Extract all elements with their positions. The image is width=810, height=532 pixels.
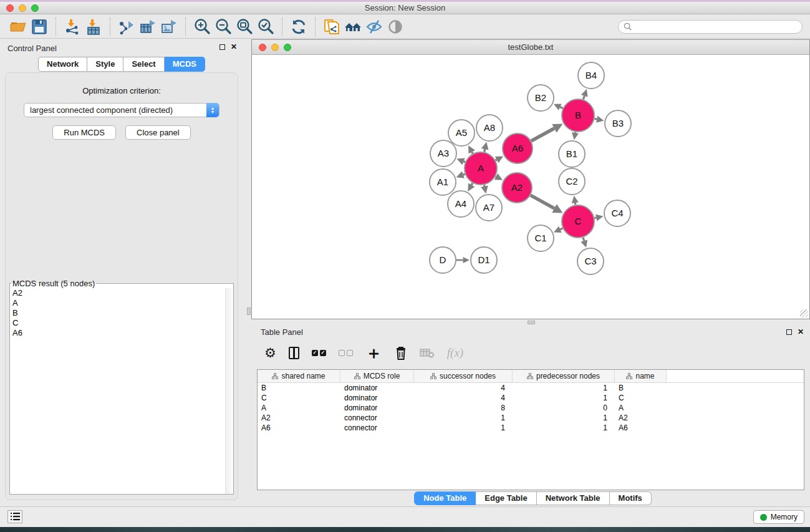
graph-edge-C-C2[interactable] [575,203,576,205]
refresh-layout-icon[interactable] [288,17,309,37]
graph-edge-A-A8[interactable] [485,149,485,152]
table-cell[interactable]: A [258,403,340,413]
graph-edge-A-A3[interactable] [463,162,465,162]
column-header-predecessor-nodes[interactable]: predecessor nodes [513,370,615,382]
table-cell[interactable]: C [615,393,667,403]
tab-style[interactable]: Style [87,57,123,72]
import-table-icon[interactable] [83,17,104,37]
tab-mcds[interactable]: MCDS [165,57,205,72]
function-builder-icon[interactable]: f(x) [447,344,463,362]
delete-column-icon[interactable] [395,344,407,362]
graph-edge-B-B3[interactable] [594,118,597,119]
table-cell[interactable]: dominator [340,403,414,413]
table-cell[interactable]: dominator [340,383,414,393]
column-header-name[interactable]: name [615,370,667,382]
table-cell[interactable]: 4 [414,393,513,403]
window-resize-grip[interactable] [800,309,808,317]
open-session-icon[interactable] [7,17,29,37]
table-cell[interactable]: 1 [513,383,615,393]
close-panel-button[interactable]: Close panel [125,125,191,140]
tab-network-table[interactable]: Network Table [537,491,610,505]
graph-edge-A-A5[interactable] [472,152,473,154]
table-cell[interactable]: 8 [414,403,513,413]
run-mcds-button[interactable]: Run MCDS [52,125,116,140]
export-table-icon[interactable] [137,17,158,37]
table-row[interactable]: Cdominator41C [258,393,804,403]
export-network-icon[interactable] [116,17,137,37]
graph-edge-A-A6[interactable] [496,160,497,160]
close-table-panel-icon[interactable]: ✕ [798,329,804,335]
tab-select[interactable]: Select [123,57,164,72]
home-icon[interactable] [342,17,364,37]
select-all-rows-icon[interactable]: ✓✓ [312,344,326,362]
zoom-out-icon[interactable] [213,17,234,37]
table-cell[interactable]: 1 [414,423,513,433]
mcds-result-item[interactable]: A2 [10,288,233,298]
splitter-handle-left[interactable] [247,307,251,315]
tab-node-table[interactable]: Node Table [414,491,476,505]
table-cell[interactable]: A6 [615,423,667,433]
table-cell[interactable]: 4 [414,383,513,393]
main-titlebar[interactable]: Session: New Session [0,2,810,14]
hide-selected-eye-icon[interactable] [364,17,385,37]
search-input[interactable] [635,22,797,31]
table-cell[interactable]: A2 [615,413,667,423]
mcds-result-item[interactable]: A [10,298,233,308]
table-cell[interactable]: A6 [258,423,340,433]
column-header-MCDS-role[interactable]: MCDS role [340,370,414,382]
tab-network[interactable]: Network [38,57,87,72]
table-cell[interactable]: 0 [513,403,615,413]
zoom-fit-icon[interactable] [234,17,255,37]
mcds-result-scrollbar[interactable] [225,288,233,494]
mcds-result-item[interactable]: B [10,308,233,318]
graph-edge-C-C1[interactable] [560,228,562,230]
table-cell[interactable]: 1 [513,413,615,423]
optimization-criterion-select[interactable]: largest connected component (directed) ▲… [24,103,219,117]
task-history-button[interactable] [7,510,22,523]
search-field[interactable] [618,20,803,34]
close-panel-icon[interactable]: ✕ [231,44,237,50]
network-graph[interactable]: AA1A2A3A4A5A6A7A8BB1B2B3B4CC1C2C3C4DD1 [252,55,809,319]
graph-edge-A6-B[interactable] [531,128,554,141]
table-row[interactable]: Adominator80A [258,403,804,413]
float-panel-icon[interactable] [219,44,225,50]
table-cell[interactable]: C [258,393,340,403]
graph-edge-B-B4[interactable] [583,96,584,100]
table-cell[interactable]: connector [340,423,414,433]
add-column-icon[interactable]: ＋ [365,344,382,362]
show-all-eye-icon[interactable] [385,17,406,37]
table-row[interactable]: Bdominator41B [258,383,804,393]
table-cell[interactable]: 1 [513,423,615,433]
network-canvas[interactable]: AA1A2A3A4A5A6A7A8BB1B2B3B4CC1C2C3C4DD1 [252,55,809,319]
zoom-in-icon[interactable] [191,17,213,37]
table-row[interactable]: A2connector11A2 [258,413,804,423]
table-cell[interactable]: B [615,383,667,393]
export-image-icon[interactable] [158,17,180,37]
table-cell[interactable]: 1 [513,393,615,403]
mcds-result-item[interactable]: C [10,318,233,328]
graph-edge-A-A1[interactable] [463,174,465,175]
graph-edge-A-A4[interactable] [471,183,473,185]
table-cell[interactable]: dominator [340,393,414,403]
save-session-icon[interactable] [29,17,50,37]
column-header-successor-nodes[interactable]: successor nodes [414,370,513,382]
deselect-all-rows-icon[interactable] [339,344,353,362]
table-row[interactable]: A6connector11A6 [258,423,804,433]
network-window-titlebar[interactable]: testGlobe.txt [252,40,809,55]
mcds-result-item[interactable]: A6 [10,328,233,338]
import-network-icon[interactable] [62,17,83,37]
table-cell[interactable]: A [615,403,667,413]
table-settings-icon[interactable]: ⚙ [264,344,276,362]
column-visibility-icon[interactable] [289,344,299,362]
column-header-shared-name[interactable]: shared name [258,370,340,382]
zoom-selected-icon[interactable] [255,17,276,37]
mcds-result-list[interactable]: A2ABCA6 [10,288,233,494]
delete-table-icon[interactable] [420,344,435,362]
tab-edge-table[interactable]: Edge Table [476,491,536,505]
tab-motifs[interactable]: Motifs [610,491,652,505]
table-cell[interactable]: connector [340,413,414,423]
graph-edge-C-C4[interactable] [594,218,596,218]
graph-edge-B-B2[interactable] [560,107,562,109]
graph-edge-A2-C[interactable] [531,195,554,208]
duplicate-network-icon[interactable] [321,17,342,37]
